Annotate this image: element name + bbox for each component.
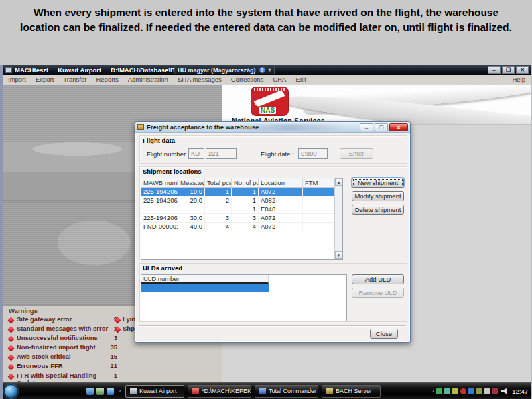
menu-transfer[interactable]: Transfer xyxy=(58,76,91,83)
menu-bar: Import Export Transfer Reports Administr… xyxy=(3,75,531,84)
warning-row[interactable]: Site gateway error 9 xyxy=(17,315,117,323)
uld-list[interactable]: ULD number xyxy=(141,274,347,321)
col-meas-wgt[interactable]: Meas.wgt xyxy=(178,178,205,187)
freight-acceptance-dialog: Freight acceptance to the warehouse – ❐ … xyxy=(135,121,411,343)
warning-row[interactable]: Non-finalized import flight 35 xyxy=(17,343,117,351)
tray-safely-remove-icon[interactable] xyxy=(484,388,490,394)
cell-total: 1 xyxy=(205,188,232,196)
close-dialog-button[interactable]: Close xyxy=(370,329,398,339)
tray-network-icon[interactable] xyxy=(444,388,450,394)
col-location[interactable]: Location xyxy=(259,178,303,187)
cell-ftm xyxy=(303,196,334,205)
taskbar: » Kuwait Airport *D:\MACH\KEPEK\... Tota… xyxy=(0,382,532,399)
taskbar-button-label: Total Commander 7... xyxy=(269,388,318,394)
close-button[interactable]: ✕ xyxy=(516,66,529,74)
remove-uld-button[interactable]: Remove ULD xyxy=(352,288,404,298)
table-row[interactable]: 225-19420660 20,0 2 1 A082 xyxy=(141,196,342,205)
tray-status-icon[interactable] xyxy=(460,388,466,394)
taskbar-clock[interactable]: 12:47 xyxy=(512,388,528,395)
tray-update-icon[interactable] xyxy=(452,388,458,394)
quick-launch-more-icon[interactable]: » xyxy=(118,388,121,394)
carrier-field[interactable]: KU xyxy=(188,148,204,159)
menu-corrections[interactable]: Corrections xyxy=(226,76,269,83)
cell-pcs: 3 xyxy=(232,214,259,222)
start-button[interactable] xyxy=(4,384,18,398)
delete-shipment-button[interactable]: Delete shipment xyxy=(352,205,404,215)
col-uld-number[interactable]: ULD number xyxy=(141,275,269,284)
tray-recorder-icon[interactable] xyxy=(492,388,498,394)
dialog-titlebar[interactable]: Freight acceptance to the warehouse – ❐ … xyxy=(135,122,410,133)
col-mawb-number[interactable]: MAWB number xyxy=(141,178,178,187)
taskbar-button-image-viewer[interactable]: *D:\MACH\KEPEK\... xyxy=(188,385,251,398)
cell-total xyxy=(205,205,232,213)
cell-weight: 30,0 xyxy=(178,214,205,222)
volume-icon[interactable] xyxy=(501,388,507,394)
warning-label: Awb stock critical xyxy=(17,353,71,360)
switch-windows-icon[interactable] xyxy=(96,388,104,395)
menu-cra[interactable]: CRA xyxy=(268,76,291,83)
add-uld-button[interactable]: Add ULD xyxy=(352,274,404,284)
flight-number-field[interactable]: 221 xyxy=(206,148,237,159)
warning-count: 35 xyxy=(110,343,117,351)
language-help-icon[interactable]: ? xyxy=(259,67,265,73)
table-row[interactable]: 1 E040 xyxy=(141,205,342,214)
warning-icon xyxy=(8,336,15,343)
new-shipment-button[interactable]: New shipment xyxy=(352,178,404,188)
uld-row-selected[interactable] xyxy=(141,284,269,292)
col-total-pcs[interactable]: Total pcs xyxy=(205,178,232,187)
scroll-up-icon[interactable]: ▲ xyxy=(335,178,342,186)
col-no-of-pcs[interactable]: No. of pcs xyxy=(232,178,259,187)
cell-total: 3 xyxy=(205,214,232,222)
warning-row[interactable]: Erroneous FFR 21 xyxy=(17,362,117,369)
table-row[interactable]: 225-19420671 30,0 3 3 A072 xyxy=(141,214,342,223)
table-scrollbar[interactable]: ▲ ▼ xyxy=(334,178,342,259)
menu-administration[interactable]: Administration xyxy=(123,76,173,83)
modify-shipment-button[interactable]: Modify shipment xyxy=(352,191,404,201)
col-ftm[interactable]: FTM xyxy=(303,178,334,187)
dialog-maximize-button[interactable]: ❐ xyxy=(375,123,388,131)
cell-mawb xyxy=(141,205,178,213)
warning-row[interactable]: Standard messages with error 1 xyxy=(17,325,117,332)
menu-reports[interactable]: Reports xyxy=(91,76,123,83)
browser-icon[interactable] xyxy=(107,388,114,395)
taskbar-button-total-commander[interactable]: Total Commander 7... xyxy=(255,385,318,398)
table-row-selected[interactable]: 225-19420656 10,0 1 1 A072 xyxy=(141,188,342,196)
cell-ftm xyxy=(303,214,334,222)
table-row[interactable]: FND-00000149 40,0 4 4 A072 xyxy=(141,223,342,231)
minimize-button[interactable]: – xyxy=(488,66,501,74)
warning-count: 3 xyxy=(114,334,117,341)
tray-app-icon[interactable] xyxy=(476,388,482,394)
tray-antivirus-icon[interactable] xyxy=(436,388,442,394)
system-tray: ‹ 12:47 xyxy=(433,388,532,395)
dialog-close-button[interactable]: ✕ xyxy=(389,123,408,131)
warning-row[interactable]: Awb stock critical 15 xyxy=(17,353,117,360)
flight-date-label: Flight date : xyxy=(261,150,294,158)
tray-expand-icon[interactable]: ‹ xyxy=(433,388,435,394)
maximize-button[interactable]: ❐ xyxy=(502,66,515,74)
warning-icon xyxy=(8,345,15,352)
warning-icon xyxy=(8,355,15,361)
cell-location: E040 xyxy=(259,205,303,213)
scroll-down-icon[interactable]: ▼ xyxy=(335,251,342,259)
dialog-minimize-button[interactable]: – xyxy=(360,123,373,131)
warning-row[interactable]: Unsuccessful notifications 3 xyxy=(17,334,117,341)
shipment-table[interactable]: MAWB number Meas.wgt Total pcs No. of pc… xyxy=(141,178,343,260)
menu-export[interactable]: Export xyxy=(31,76,58,83)
language-bar[interactable]: HU magyar (Magyarország) ? ▾ xyxy=(174,66,275,74)
flight-date-field[interactable]: 0:800 xyxy=(298,148,328,159)
menu-sita-messages[interactable]: SITA messages xyxy=(173,76,226,83)
taskbar-button-kuwait-airport[interactable]: Kuwait Airport xyxy=(125,385,184,398)
menu-exit[interactable]: Exit xyxy=(291,76,311,83)
menu-help[interactable]: Help xyxy=(507,76,531,83)
nas-logo-swoosh xyxy=(254,90,285,108)
language-options-icon[interactable]: ▾ xyxy=(269,67,271,73)
ulds-arrived-group: ULDs arrived ULD number Add ULD Remove U… xyxy=(139,263,407,322)
cell-weight: 10,0 xyxy=(178,188,205,196)
warning-label: Standard messages with error xyxy=(17,325,108,332)
taskbar-button-bach-server[interactable]: BACH Server xyxy=(322,385,381,398)
show-desktop-icon[interactable] xyxy=(86,388,94,395)
cell-mawb: 225-19420656 xyxy=(141,188,178,196)
menu-import[interactable]: Import xyxy=(3,76,31,83)
enter-button[interactable]: Enter xyxy=(340,148,373,159)
tray-messenger-icon[interactable] xyxy=(468,388,474,394)
